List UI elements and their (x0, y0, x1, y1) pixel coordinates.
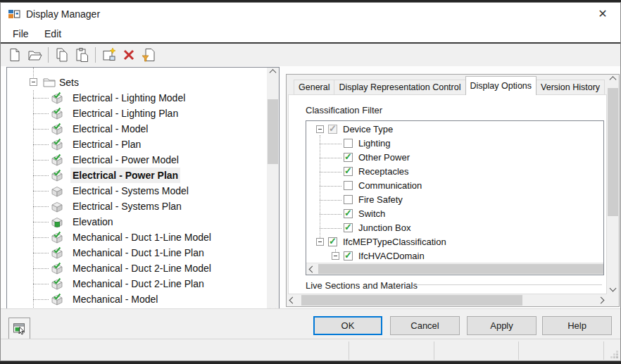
display-set-mechanical-duct-2-line-model[interactable]: Mechanical - Duct 2-Line Model (7, 261, 267, 276)
new-set-button[interactable] (99, 46, 119, 64)
tab-general[interactable]: General (294, 80, 334, 95)
display-set-electrical-systems-model[interactable]: Electrical - Systems Model (7, 183, 267, 199)
classification-fire-safety: Fire Safety (306, 193, 603, 207)
tree-connector (33, 299, 49, 300)
open-button[interactable] (25, 46, 44, 64)
display-set-plain-icon (50, 184, 64, 198)
status-bar (1, 339, 620, 360)
delete-button[interactable] (119, 46, 139, 64)
display-set-electrical-power-plan[interactable]: Electrical - Power Plan (7, 168, 267, 183)
classification-checkbox[interactable] (344, 251, 353, 261)
copy-button[interactable] (52, 46, 72, 64)
display-set-checked-icon (50, 230, 64, 244)
display-set-checked-icon (50, 106, 64, 120)
tab-version-history[interactable]: Version History (536, 80, 605, 95)
display-set-electrical-power-model[interactable]: Electrical - Power Model (7, 152, 267, 168)
display-set-elevation[interactable]: Elevation (7, 214, 267, 230)
cancel-button[interactable]: Cancel (390, 316, 460, 335)
apply-button[interactable]: Apply (467, 316, 537, 335)
display-set-checked-icon (50, 246, 64, 260)
display-set-checked-icon (50, 277, 64, 291)
tree-connector (320, 214, 341, 215)
classification-checkbox[interactable] (344, 153, 353, 162)
purge-button[interactable] (139, 46, 158, 64)
toolbar-separator (95, 47, 96, 63)
tree-vertical-scrollbar[interactable] (267, 68, 279, 315)
tab-display-options[interactable]: Display Options (465, 76, 537, 95)
scroll-left-icon[interactable] (306, 263, 318, 275)
ok-button[interactable]: OK (313, 316, 382, 335)
display-set-label: Mechanical - Duct 2-Line Model (70, 261, 213, 276)
display-set-label: Electrical - Plan (70, 137, 143, 152)
classification-label: Junction Box (358, 221, 410, 235)
display-set-mechanical-duct-1-line-plan[interactable]: Mechanical - Duct 1-Line Plan (7, 245, 267, 261)
menu-file[interactable]: File (6, 25, 35, 42)
purge-icon (141, 47, 156, 63)
classification-ifcmeptypeclassification: IfcMEPTypeClassification (306, 235, 603, 249)
scroll-up-icon[interactable] (267, 68, 279, 80)
display-set-electrical-systems-plan[interactable]: Electrical - Systems Plan (7, 199, 267, 214)
help-button[interactable]: Help (542, 316, 612, 335)
tree-connector (33, 206, 49, 207)
display-set-electrical-plan[interactable]: Electrical - Plan (7, 137, 267, 152)
display-set-electrical-lighting-plan[interactable]: Electrical - Lighting Plan (7, 106, 267, 121)
tab-container: General Display Representation Control D… (287, 75, 607, 294)
classification-checkbox[interactable] (344, 223, 353, 232)
display-set-electrical-model[interactable]: Electrical - Model (7, 121, 267, 137)
pane-vertical-scrollbar[interactable] (607, 75, 619, 294)
new-button[interactable] (5, 46, 25, 64)
display-set-label: Elevation (70, 214, 115, 230)
pane-horizontal-scrollbar[interactable] (287, 294, 607, 306)
scrollbar-corner (607, 294, 619, 306)
pick-display-set-button[interactable] (8, 318, 30, 339)
classification-checkbox[interactable] (328, 237, 337, 246)
tab-display-representation-control[interactable]: Display Representation Control (334, 80, 465, 95)
statusbar-divider (603, 341, 604, 360)
classification-checkbox[interactable] (328, 125, 337, 134)
tree-root-sets[interactable]: Sets (7, 75, 267, 90)
scroll-up-icon[interactable] (607, 75, 619, 87)
scrollbar-thumb[interactable] (301, 295, 522, 306)
classification-label: Other Power (358, 151, 410, 165)
classification-receptacles: Receptacles (306, 165, 603, 179)
display-set-label: Electrical - Model (70, 121, 150, 137)
scroll-right-icon[interactable] (595, 294, 607, 306)
paste-button[interactable] (72, 46, 92, 64)
classification-checkbox[interactable] (344, 209, 353, 218)
new-icon (7, 47, 23, 63)
classification-horizontal-scrollbar[interactable] (306, 263, 603, 275)
new-set-icon (101, 47, 117, 63)
classification-checkbox[interactable] (344, 139, 353, 148)
display-set-electrical-lighting-model[interactable]: Electrical - Lighting Model (7, 90, 267, 106)
classification-checkbox[interactable] (344, 195, 353, 204)
scrollbar-thumb[interactable] (608, 88, 618, 216)
scrollbar-thumb[interactable] (318, 264, 603, 274)
collapse-icon[interactable] (316, 125, 324, 133)
collapse-icon[interactable] (332, 252, 339, 260)
display-manager-window: Display Manager ✕ File Edit (0, 2, 621, 361)
classification-checkbox[interactable] (344, 167, 353, 176)
display-set-checked-icon (50, 91, 64, 105)
resize-grip-icon[interactable] (610, 350, 619, 359)
classification-other-power: Other Power (306, 151, 603, 165)
display-set-label: Mechanical - Duct 2-Line Plan (70, 276, 206, 291)
scrollbar-thumb[interactable] (268, 99, 278, 164)
display-set-mechanical-duct-1-line-model[interactable]: Mechanical - Duct 1-Line Model (7, 230, 267, 245)
tree-connector (33, 253, 49, 253)
classification-label: Device Type (343, 123, 393, 137)
close-icon[interactable]: ✕ (592, 4, 613, 24)
classification-label: Fire Safety (358, 193, 403, 207)
scroll-left-icon[interactable] (287, 294, 299, 306)
display-set-label: Mechanical - Duct 1-Line Plan (70, 245, 206, 261)
window-title: Display Manager (26, 3, 100, 25)
collapse-icon[interactable] (30, 78, 37, 86)
copy-icon (54, 47, 70, 63)
display-set-mechanical-duct-2-line-plan[interactable]: Mechanical - Duct 2-Line Plan (7, 276, 267, 291)
tree-connector (33, 129, 49, 130)
classification-label: IfcMEPTypeClassification (343, 235, 446, 249)
classification-checkbox[interactable] (344, 181, 353, 190)
display-set-mechanical-model[interactable]: Mechanical - Model (7, 291, 267, 307)
menu-edit[interactable]: Edit (38, 25, 68, 42)
collapse-icon[interactable] (316, 238, 324, 246)
scroll-down-icon[interactable] (607, 282, 619, 294)
